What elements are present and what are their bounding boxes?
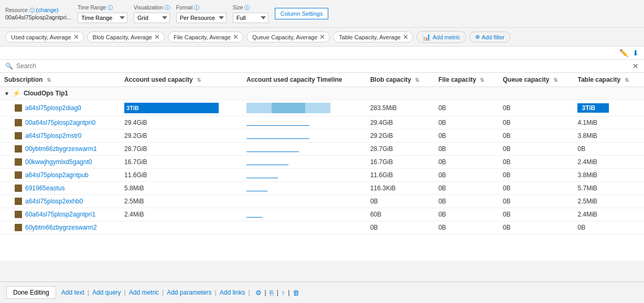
cell-blob: 116.3KiB: [366, 182, 434, 195]
filter-bar: Used capacity, Average ✕ Blob Capacity, …: [0, 28, 644, 47]
filter-chip-table-capacity[interactable]: Table Capacity, Average ✕: [333, 31, 413, 42]
table-row: 60a64sl75plosp2agntpri1 2.4MiB 60B 0B 0B…: [0, 208, 644, 221]
cell-used-capacity: 28.7GiB: [120, 143, 242, 156]
cell-timeline: [242, 116, 366, 129]
table-row: a64sl75plosp2exhb0 2.5MiB 0B 0B 0B 2.5Mi…: [0, 195, 644, 208]
resource-link[interactable]: 00ybtm66zbygrzeswarm1: [25, 145, 97, 153]
column-settings-button[interactable]: Column Settings: [275, 8, 329, 19]
edit-icon[interactable]: ✏️: [619, 49, 628, 57]
filter-chip-label: Blob Capacity, Average: [93, 34, 152, 40]
resource-link[interactable]: a64sl75plosp2mstr0: [25, 132, 81, 139]
filter-chip-remove[interactable]: ✕: [319, 34, 325, 40]
filter-chip-used-capacity[interactable]: Used capacity, Average ✕: [5, 31, 84, 42]
resource-icon: [15, 198, 22, 205]
filter-chip-remove[interactable]: ✕: [73, 34, 79, 40]
filter-chip-queue-capacity[interactable]: Queue Capacity, Average ✕: [246, 31, 330, 42]
cell-timeline: [242, 221, 366, 234]
cell-file: 0B: [434, 100, 499, 116]
cell-file: 0B: [434, 182, 499, 195]
search-input[interactable]: [16, 62, 632, 70]
cell-timeline: [242, 143, 366, 156]
col-table: Table capacity ⇅: [573, 73, 644, 87]
sort-icon[interactable]: ⇅: [625, 77, 629, 83]
col-queue: Queue capacity ⇅: [499, 73, 574, 87]
cell-blob: 283.5MiB: [366, 100, 434, 116]
visualization-select[interactable]: Grid Chart Table: [134, 13, 170, 23]
cell-timeline: [242, 129, 366, 143]
filter-chip-label: File Capacity, Average: [174, 34, 231, 40]
change-link[interactable]: (change): [36, 7, 58, 13]
resource-link[interactable]: 60ybtm66zbygrzeswarm2: [25, 224, 97, 231]
cell-subscription: 691965eastus: [0, 182, 120, 195]
cell-blob: 0B: [366, 195, 434, 208]
cell-used-capacity: 29.4GiB: [120, 116, 242, 129]
time-range-select[interactable]: Time Range Last 1 hour Last 6 hours Last…: [78, 13, 127, 23]
resource-link[interactable]: a64sl75plosp2diag0: [25, 104, 81, 112]
filter-chip-remove[interactable]: ✕: [403, 34, 409, 40]
format-select[interactable]: Per Resource Absolute: [176, 13, 227, 23]
data-table-container: Subscription ⇅ Account used capacity ⇅ A…: [0, 73, 644, 261]
cell-subscription: 00kwwjhgymlxd5gagnt0: [0, 156, 120, 169]
sort-icon[interactable]: ⇅: [415, 77, 419, 83]
cell-subscription: 60a64sl75plosp2agntpri1: [0, 208, 120, 221]
resource-icon: [15, 211, 22, 218]
cell-file: 0B: [434, 221, 499, 234]
resource-icon: [15, 119, 22, 126]
sort-icon[interactable]: ⇅: [553, 77, 557, 83]
cell-blob: 16.7GiB: [366, 156, 434, 169]
cell-table: 3.8MiB: [573, 169, 644, 182]
resource-link[interactable]: 00kwwjhgymlxd5gagnt0: [25, 158, 92, 166]
table-row: 691965eastus 5.8MiB 116.3KiB 0B 0B 5.7Mi…: [0, 182, 644, 195]
sort-icon[interactable]: ⇅: [47, 77, 51, 83]
resource-link[interactable]: 00a64sl75plosp2agntpri0: [25, 119, 95, 126]
cell-queue: 0B: [499, 129, 574, 143]
group-row: ▼ ⚡ CloudOps Tip1: [0, 87, 644, 100]
group-icon: ⚡: [13, 90, 20, 97]
filter-chip-remove[interactable]: ✕: [233, 34, 239, 40]
cell-used-capacity: 2.4MiB: [120, 208, 242, 221]
filter-chip-label: Used capacity, Average: [11, 34, 71, 40]
top-controls: Resource ⓘ (change) 00a64sl75plosp2agntp…: [0, 0, 644, 28]
format-group: Format ⓘ Per Resource Absolute: [176, 4, 227, 23]
filter-chip-file-capacity[interactable]: File Capacity, Average ✕: [168, 31, 243, 42]
filter-chip-blob-capacity[interactable]: Blob Capacity, Average ✕: [87, 31, 165, 42]
cell-file: 0B: [434, 208, 499, 221]
resource-link[interactable]: a64sl75plosp2agntpub: [25, 171, 89, 179]
filter-chip-remove[interactable]: ✕: [154, 34, 160, 40]
cell-file: 0B: [434, 116, 499, 129]
filter-chip-label: Queue Capacity, Average: [252, 34, 317, 40]
cell-subscription: 60ybtm66zbygrzeswarm2: [0, 221, 120, 234]
cell-used-capacity: 2.5MiB: [120, 195, 242, 208]
resource-icon: [15, 185, 22, 192]
expand-icon[interactable]: ▼: [4, 91, 9, 96]
cell-queue: 0B: [499, 156, 574, 169]
cell-queue: 0B: [499, 143, 574, 156]
add-filter-label: Add filter: [482, 34, 505, 40]
size-label: Size ⓘ: [233, 4, 269, 12]
cell-subscription: a64sl75plosp2agntpub: [0, 169, 120, 182]
cell-file: 0B: [434, 195, 499, 208]
cell-queue: 0B: [499, 208, 574, 221]
cell-file: 0B: [434, 156, 499, 169]
size-select[interactable]: Full Medium Small: [233, 13, 269, 23]
add-metric-button[interactable]: 📊 Add metric: [416, 31, 466, 43]
add-filter-button[interactable]: ⊕ Add filter: [469, 31, 510, 42]
table-row: a64sl75plosp2agntpub 11.6GiB 11.6GiB 0B …: [0, 169, 644, 182]
sort-icon[interactable]: ⇅: [197, 77, 201, 83]
download-icon[interactable]: ⬇: [632, 49, 639, 57]
top-bar: Resource ⓘ (change) 00a64sl75plosp2agntp…: [0, 0, 644, 73]
cell-file: 0B: [434, 129, 499, 143]
table-row: 00ybtm66zbygrzeswarm1 28.7GiB 28.7GiB 0B…: [0, 143, 644, 156]
sort-icon[interactable]: ⇅: [480, 77, 484, 83]
col-account-used: Account used capacity ⇅: [120, 73, 242, 87]
cell-timeline: [242, 169, 366, 182]
group-name: CloudOps Tip1: [24, 90, 68, 97]
filter-chip-label: Table Capacity, Average: [339, 34, 401, 40]
resource-link[interactable]: 691965eastus: [25, 185, 65, 192]
resource-icon: [15, 145, 22, 153]
resource-link[interactable]: 60a64sl75plosp2agntpri1: [25, 211, 95, 218]
resource-label: Resource ⓘ (change): [5, 7, 71, 14]
cell-timeline: [242, 100, 366, 116]
resource-link[interactable]: a64sl75plosp2exhb0: [25, 198, 83, 205]
search-clear-icon[interactable]: ✕: [632, 62, 639, 70]
